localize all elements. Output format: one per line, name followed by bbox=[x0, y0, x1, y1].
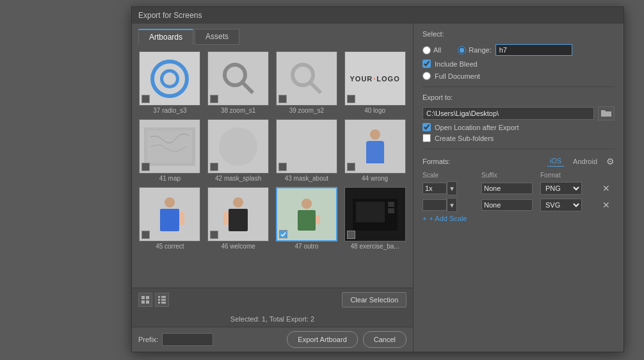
remove-format-1[interactable]: ✕ bbox=[599, 181, 613, 195]
separator-2 bbox=[423, 149, 615, 149]
checkbox-41[interactable] bbox=[141, 163, 150, 171]
ios-tab[interactable]: iOS bbox=[547, 156, 564, 167]
svg-rect-7 bbox=[388, 202, 394, 207]
cancel-button[interactable]: Cancel bbox=[363, 331, 407, 348]
artboard-item-45[interactable]: 45 correct bbox=[137, 186, 203, 251]
artboard-thumb-40: YOUR·LOGO bbox=[344, 51, 406, 106]
checkbox-42[interactable] bbox=[210, 163, 218, 171]
formats-settings-button[interactable]: ⚙ bbox=[606, 156, 615, 167]
artboard-label-46: 46 welcome bbox=[221, 243, 255, 250]
svg-rect-13 bbox=[158, 296, 160, 298]
radio-inner bbox=[160, 69, 179, 88]
checkbox-46[interactable] bbox=[210, 231, 218, 239]
artboard-label-39: 39 zoom_s2 bbox=[289, 107, 324, 114]
artboard-item-37[interactable]: 37 radio_s3 bbox=[137, 50, 203, 115]
artboard-label-48: 48 exercise_ba... bbox=[351, 243, 399, 250]
artboard-item-38[interactable]: 38 zoom_s1 bbox=[205, 50, 271, 115]
suffix-col-header: Suffix bbox=[481, 170, 539, 180]
dialog-title: Export for Screens bbox=[138, 11, 202, 20]
export-to-label: Export to: bbox=[423, 94, 615, 101]
artboard-item-44[interactable]: 44 wrong bbox=[342, 118, 408, 183]
format-select-2[interactable]: PNG SVG JPG PDF bbox=[540, 199, 582, 211]
tab-artboards[interactable]: Artboards bbox=[138, 29, 193, 45]
scale-input-1[interactable] bbox=[423, 183, 447, 194]
dialog-titlebar: Export for Screens bbox=[132, 7, 624, 24]
range-input[interactable] bbox=[495, 44, 572, 56]
all-label: All bbox=[433, 46, 441, 54]
create-subfolders-checkbox[interactable] bbox=[423, 134, 431, 142]
artboard-label-43: 43 mask_about bbox=[285, 175, 328, 182]
artboard-item-41[interactable]: 41 map bbox=[137, 118, 203, 183]
checkbox-45[interactable] bbox=[141, 231, 150, 239]
open-location-row: Open Location after Export bbox=[423, 123, 615, 131]
status-bar: Selected: 1, Total Export: 2 bbox=[132, 311, 413, 327]
all-radio-label[interactable]: All bbox=[423, 46, 441, 54]
add-scale-label: + Add Scale bbox=[429, 215, 467, 222]
full-document-label: Full Document bbox=[435, 72, 480, 80]
full-document-row: Full Document bbox=[423, 72, 615, 80]
format-select-1[interactable]: PNG SVG JPG PDF bbox=[540, 182, 582, 195]
artboard-item-42[interactable]: 42 mask_splash bbox=[205, 118, 271, 183]
svg-point-2 bbox=[293, 65, 313, 85]
checkbox-48[interactable] bbox=[347, 231, 355, 239]
browse-folder-button[interactable] bbox=[598, 106, 615, 120]
artboard-thumb-45 bbox=[139, 187, 200, 241]
scale-input-2[interactable] bbox=[423, 199, 447, 211]
select-label: Select: bbox=[423, 30, 615, 38]
range-radio[interactable] bbox=[458, 46, 466, 54]
person-icon-45 bbox=[160, 197, 179, 231]
clear-selection-button[interactable]: Clear Selection bbox=[342, 292, 407, 307]
svg-rect-10 bbox=[146, 296, 149, 299]
radio-icon bbox=[150, 60, 189, 98]
artboard-item-46[interactable]: 46 welcome bbox=[205, 186, 271, 251]
scale-row-2: ▼ bbox=[423, 198, 480, 212]
checkbox-43[interactable] bbox=[278, 163, 287, 171]
circle-icon-42 bbox=[219, 127, 257, 166]
list-view-button[interactable] bbox=[155, 293, 169, 307]
open-location-checkbox[interactable] bbox=[423, 123, 431, 131]
artboard-item-43[interactable]: 43 mask_about bbox=[274, 118, 340, 183]
checkbox-47[interactable] bbox=[279, 230, 287, 238]
artboard-thumb-47 bbox=[276, 187, 337, 241]
logo-content: YOUR·LOGO bbox=[350, 75, 400, 83]
checkbox-40[interactable] bbox=[347, 95, 355, 103]
range-radio-label[interactable]: Range: bbox=[458, 46, 491, 54]
path-row bbox=[423, 106, 615, 120]
add-scale-button[interactable]: + + Add Scale bbox=[423, 215, 615, 222]
search-icon-39 bbox=[289, 61, 324, 96]
remove-format-2[interactable]: ✕ bbox=[599, 198, 613, 212]
prefix-area: Prefix: bbox=[138, 333, 213, 346]
artboard-item-48[interactable]: 48 exercise_ba... bbox=[342, 186, 408, 251]
svg-rect-12 bbox=[146, 300, 149, 304]
checkbox-38[interactable] bbox=[210, 95, 218, 103]
export-artboard-button[interactable]: Export Artboard bbox=[287, 331, 357, 348]
suffix-input-1[interactable] bbox=[481, 183, 533, 194]
all-radio[interactable] bbox=[423, 46, 431, 54]
checkbox-39[interactable] bbox=[278, 95, 287, 103]
android-tab[interactable]: Android bbox=[570, 156, 600, 167]
bottom-buttons: Prefix: Export Artboard Cancel bbox=[132, 327, 413, 352]
include-bleed-checkbox[interactable] bbox=[423, 60, 431, 68]
suffix-input-2[interactable] bbox=[481, 199, 533, 211]
add-scale-icon: + bbox=[423, 215, 426, 222]
scale-chevron-1[interactable]: ▼ bbox=[447, 181, 457, 195]
artboard-label-45: 45 correct bbox=[156, 243, 184, 250]
tab-assets[interactable]: Assets bbox=[195, 29, 239, 45]
export-for-screens-dialog: Export for Screens Artboards Assets 37 r bbox=[131, 6, 624, 352]
full-document-radio[interactable] bbox=[423, 72, 431, 80]
tv-icon bbox=[350, 195, 401, 234]
search-icon-38 bbox=[221, 61, 256, 96]
checkbox-44[interactable] bbox=[347, 163, 355, 171]
artboard-item-39[interactable]: 39 zoom_s2 bbox=[274, 50, 340, 115]
artboard-item-47[interactable]: 47 outro bbox=[274, 186, 340, 251]
include-bleed-label: Include Bleed bbox=[435, 60, 478, 68]
suffix-cell-2 bbox=[481, 199, 539, 211]
prefix-input[interactable] bbox=[162, 333, 213, 346]
checkbox-37[interactable] bbox=[141, 95, 150, 103]
artboard-item-40[interactable]: YOUR·LOGO 40 logo bbox=[342, 50, 408, 115]
open-location-label: Open Location after Export bbox=[435, 124, 519, 131]
scale-chevron-2[interactable]: ▼ bbox=[447, 198, 457, 212]
grid-view-button[interactable] bbox=[138, 293, 152, 307]
export-path-input[interactable] bbox=[423, 107, 594, 120]
artboard-label-47: 47 outro bbox=[295, 243, 319, 250]
